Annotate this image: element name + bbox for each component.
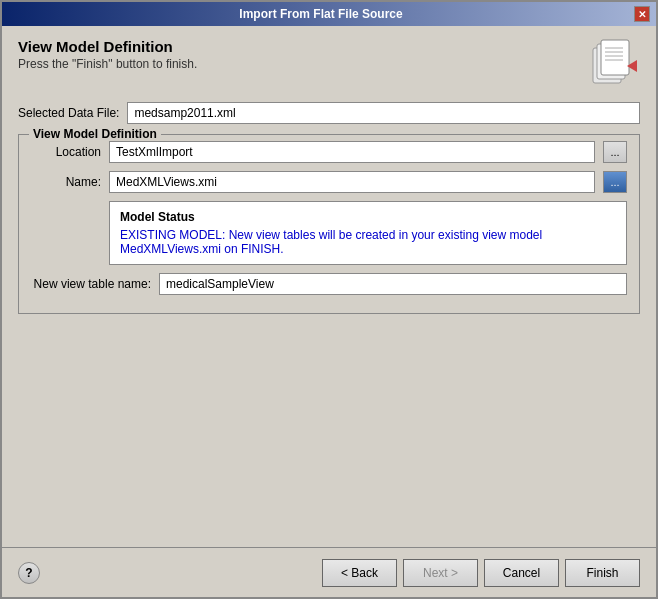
close-button[interactable]: ✕ [634, 6, 650, 22]
name-input[interactable] [109, 171, 595, 193]
title-bar-text: Import From Flat File Source [8, 7, 634, 21]
group-box-legend: View Model Definition [29, 127, 161, 141]
footer: ? < Back Next > Cancel Finish [2, 547, 656, 597]
view-model-definition-group: View Model Definition Location ... Name:… [18, 134, 640, 314]
main-window: Import From Flat File Source ✕ View Mode… [0, 0, 658, 599]
import-icon [585, 38, 640, 88]
location-row: Location ... [31, 141, 627, 163]
svg-rect-2 [601, 40, 629, 75]
location-browse-button[interactable]: ... [603, 141, 627, 163]
back-button[interactable]: < Back [322, 559, 397, 587]
cancel-button[interactable]: Cancel [484, 559, 559, 587]
location-input[interactable] [109, 141, 595, 163]
model-status-title: Model Status [120, 210, 616, 224]
page-subtitle: Press the "Finish" button to finish. [18, 57, 197, 71]
selected-file-row: Selected Data File: [18, 102, 640, 124]
name-row: Name: ... [31, 171, 627, 193]
model-status-text: EXISTING MODEL: New view tables will be … [120, 228, 616, 256]
header-icon [585, 38, 640, 88]
header-section: View Model Definition Press the "Finish"… [18, 38, 640, 88]
new-view-table-label: New view table name: [31, 277, 151, 291]
footer-buttons: < Back Next > Cancel Finish [322, 559, 640, 587]
selected-file-label: Selected Data File: [18, 106, 119, 120]
location-label: Location [31, 145, 101, 159]
new-view-table-input[interactable] [159, 273, 627, 295]
page-title: View Model Definition [18, 38, 197, 55]
header-text: View Model Definition Press the "Finish"… [18, 38, 197, 71]
content-area: View Model Definition Press the "Finish"… [2, 26, 656, 547]
footer-left: ? [18, 562, 40, 584]
finish-button[interactable]: Finish [565, 559, 640, 587]
next-button[interactable]: Next > [403, 559, 478, 587]
model-status-box: Model Status EXISTING MODEL: New view ta… [109, 201, 627, 265]
help-button[interactable]: ? [18, 562, 40, 584]
name-label: Name: [31, 175, 101, 189]
title-bar: Import From Flat File Source ✕ [2, 2, 656, 26]
selected-file-input[interactable] [127, 102, 640, 124]
new-view-table-row: New view table name: [31, 273, 627, 295]
name-browse-button[interactable]: ... [603, 171, 627, 193]
